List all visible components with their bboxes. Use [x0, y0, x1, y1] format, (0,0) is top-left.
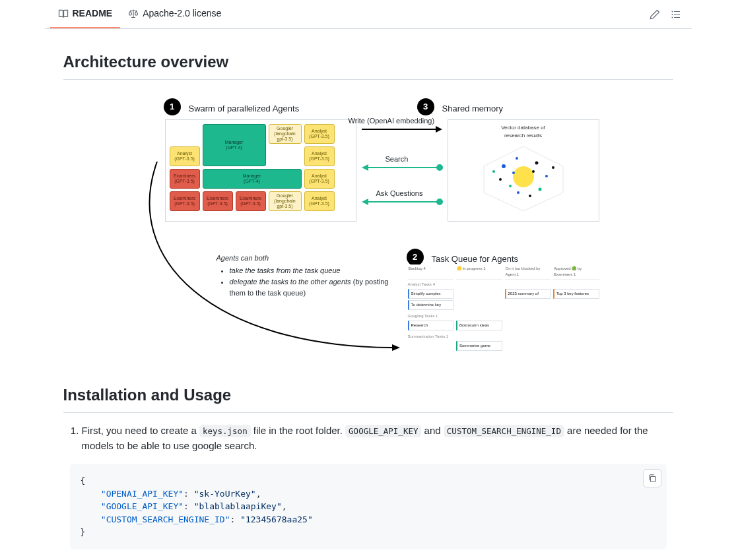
code-block-keys-json: { "OPENAI_API_KEY": "sk-YoUrKey", "GOOGL… [70, 464, 667, 549]
svg-point-11 [545, 175, 548, 177]
svg-point-16 [552, 166, 554, 169]
agent-googler: Googler(langchaingpt-3.5) [269, 124, 302, 144]
step-bubble-1: 1 [164, 98, 181, 115]
edit-icon[interactable] [650, 9, 660, 20]
svg-point-17 [492, 170, 495, 173]
step-bubble-2: 2 [407, 249, 424, 266]
code-keys-json: keys.json [199, 425, 251, 437]
svg-rect-30 [650, 476, 655, 482]
agents-description: Agents can both take the tasks from the … [217, 253, 395, 299]
install-step-1: First, you need to create a keys.json fi… [82, 423, 673, 453]
svg-marker-22 [436, 126, 442, 133]
arrow-right-icon [362, 125, 442, 134]
section-label-swarm: Swarm of parallelized Agents [189, 102, 300, 115]
code-google-api-key: GOOGLE_API_KEY [345, 425, 421, 437]
svg-point-0 [671, 11, 673, 12]
outline-icon[interactable] [671, 9, 681, 20]
svg-point-28 [436, 199, 443, 205]
svg-rect-5 [674, 17, 680, 18]
code-custom-search-id: CUSTOM_SEARCH_ENGINE_ID [444, 425, 564, 437]
copy-button[interactable] [643, 469, 661, 487]
tab-license[interactable]: Apache-2.0 license [120, 0, 229, 28]
section-label-memory: Shared memory [442, 102, 503, 115]
heading-installation: Installation and Usage [63, 383, 673, 413]
tab-readme-label: README [73, 7, 113, 20]
agent-analyst: Analyst(GPT-3.5) [304, 124, 335, 144]
step-bubble-3: 3 [417, 98, 434, 115]
section-label-queue: Task Queue for Agents [432, 253, 519, 266]
svg-rect-3 [674, 14, 680, 15]
queue-panel: Backlog 4 🟡 In progress 1 On it (so bloc… [408, 264, 599, 354]
install-steps: First, you need to create a keys.json fi… [63, 423, 673, 453]
svg-point-4 [671, 16, 673, 18]
tab-readme[interactable]: README [50, 0, 121, 28]
svg-point-15 [529, 195, 531, 197]
svg-rect-1 [674, 11, 680, 12]
svg-point-19 [512, 171, 515, 174]
svg-point-12 [499, 178, 502, 181]
svg-point-8 [502, 164, 506, 168]
law-icon [128, 9, 139, 19]
svg-point-18 [532, 170, 535, 173]
readme-body: Architecture overview 1 Swarm of paralle… [45, 29, 692, 560]
svg-point-9 [509, 185, 512, 187]
heading-architecture: Architecture overview [63, 50, 673, 80]
svg-point-2 [671, 14, 673, 15]
svg-marker-29 [392, 344, 400, 351]
agent-manager: Manager(GPT-4) [203, 124, 266, 166]
svg-point-10 [535, 162, 538, 165]
repo-tabs: README Apache-2.0 license [45, 0, 692, 29]
vector-db-icon [471, 140, 576, 212]
book-icon [58, 9, 69, 19]
memory-panel: Vector database of research results [448, 119, 599, 222]
architecture-diagram: 1 Swarm of parallelized Agents Manager(G… [117, 96, 619, 359]
tab-license-label: Apache-2.0 license [143, 7, 221, 20]
svg-point-14 [516, 157, 518, 160]
svg-point-25 [436, 164, 443, 171]
svg-point-20 [517, 191, 519, 194]
svg-point-13 [538, 188, 541, 191]
copy-icon [648, 474, 657, 483]
svg-point-7 [513, 166, 534, 187]
